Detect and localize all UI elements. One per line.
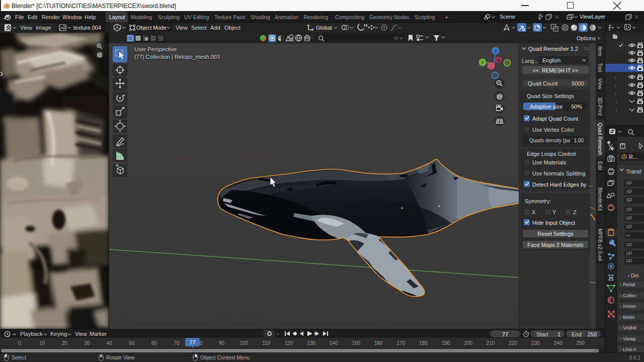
svg-text:Y: Y	[481, 60, 484, 65]
svg-text:Z: Z	[494, 49, 497, 54]
svg-text:X: X	[497, 58, 500, 63]
